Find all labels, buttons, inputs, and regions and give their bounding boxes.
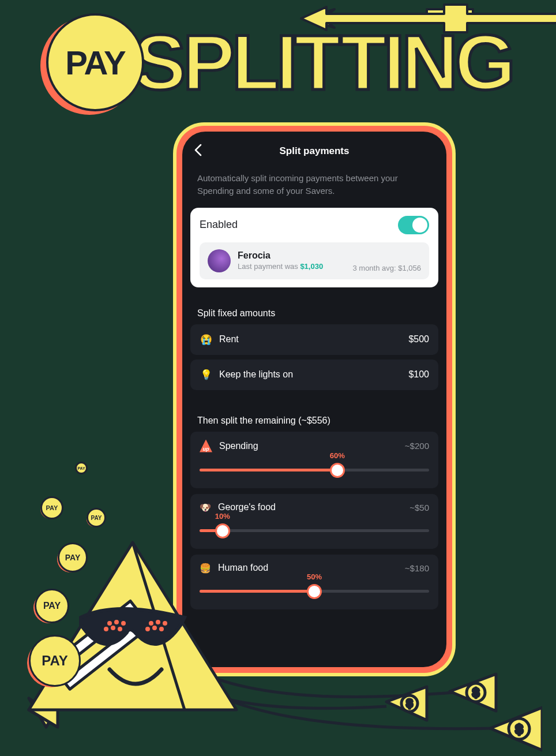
payer-avg: 3 month avg: $1,056 [352,264,421,272]
nav-bar: Split payments [182,132,446,164]
svg-text:$: $ [516,722,523,736]
hero-banner: PAY SPLITTING [46,10,550,114]
pay-coin-label: PAY [65,43,125,82]
row-amount: $100 [408,369,429,380]
payer-avatar [208,249,231,272]
svg-point-9 [111,626,115,630]
chevron-left-icon [194,144,202,156]
percent-slider[interactable]: 10% [200,520,429,537]
slider-row: Spending~$20060% [190,432,438,488]
row-emoji: 💡 [200,369,212,381]
page-title: Split payments [194,145,435,157]
row-approx: ~$180 [405,563,429,573]
svg-point-12 [156,620,160,624]
payer-name: Ferocia [238,250,345,261]
svg-point-10 [118,627,122,631]
split-arrows-icon [300,2,556,35]
payer-row[interactable]: Ferocia Last payment was $1,030 3 month … [200,242,429,279]
svg-point-13 [163,621,167,626]
row-label: George's food [218,502,276,512]
svg-point-11 [149,621,153,626]
percent-slider[interactable]: 60% [200,459,429,477]
row-emoji: 😭 [200,334,212,346]
svg-point-7 [121,621,126,626]
slider-pct-label: 10% [215,512,230,521]
enabled-toggle[interactable] [398,216,429,234]
svg-point-6 [114,620,119,624]
page-description: Automatically split incoming payments be… [182,164,446,208]
svg-text:$: $ [407,698,412,709]
svg-point-16 [159,627,164,631]
row-label: Keep the lights on [219,369,293,380]
svg-point-5 [107,621,112,626]
enabled-label: Enabled [200,219,238,231]
row-label: Rent [219,334,239,345]
row-approx: ~$200 [405,441,429,451]
hero-title: SPLITTING [134,23,512,102]
fixed-row[interactable]: 💡Keep the lights on$100 [190,360,438,390]
slider-pct-label: 60% [330,451,345,460]
remaining-section-title: Then split the remaining (~$556) [182,395,446,432]
svg-point-14 [145,627,150,631]
fixed-row[interactable]: 😭Rent$500 [190,324,438,355]
row-approx: ~$50 [410,503,429,512]
svg-text:$: $ [472,686,479,699]
pyramid-character-icon [23,537,242,721]
payer-last: Last payment was $1,030 [238,262,345,271]
pay-coin-icon: PAY [46,13,144,111]
svg-point-8 [104,627,108,631]
back-button[interactable] [194,143,202,160]
row-label: Spending [219,441,258,451]
row-amount: $500 [408,334,429,345]
fixed-section-title: Split fixed amounts [182,287,446,324]
row-emoji: 🐶 [200,502,211,513]
up-logo-icon [200,440,212,452]
svg-point-15 [152,626,157,630]
slider-pct-label: 50% [307,572,322,581]
enabled-card: Enabled Ferocia Last payment was $1,030 … [190,208,438,287]
